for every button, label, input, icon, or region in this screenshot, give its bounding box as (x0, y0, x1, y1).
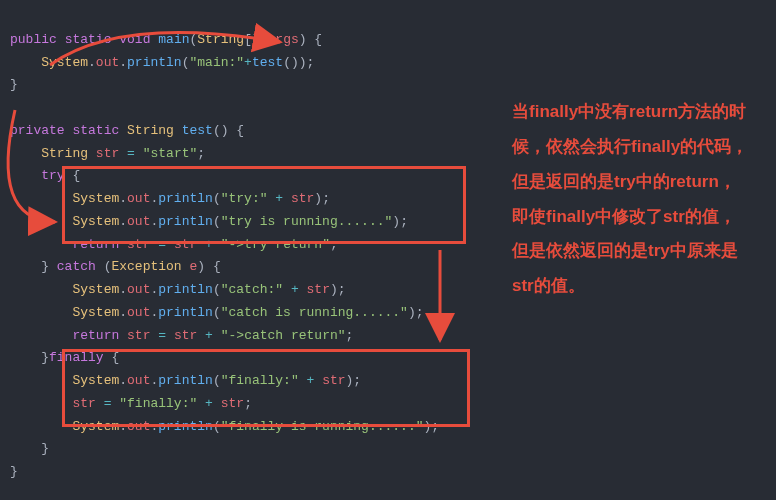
code-line: System.out.println("try is running......… (10, 214, 408, 229)
code-line: System.out.println("catch is running....… (10, 305, 424, 320)
code-line: }finally { (10, 350, 119, 365)
code-line: } (10, 441, 49, 456)
code-line: try { (10, 168, 80, 183)
code-line: System.out.println("finally is running..… (10, 419, 439, 434)
code-line: System.out.println("finally:" + str); (10, 373, 361, 388)
code-line: return str = str + "->try return"; (10, 237, 338, 252)
annotation-text: 当finally中没有return方法的时候，依然会执行finally的代码，但… (512, 95, 752, 304)
code-line: private static String test() { (10, 123, 244, 138)
code-line (10, 100, 18, 115)
code-line: return str = str + "->catch return"; (10, 328, 353, 343)
code-line: str = "finally:" + str; (10, 396, 252, 411)
code-line: System.out.println("catch:" + str); (10, 282, 346, 297)
code-line: } (10, 77, 18, 92)
code-line: System.out.println("main:"+test()); (10, 55, 314, 70)
code-line: } catch (Exception e) { (10, 259, 221, 274)
code-line: String str = "start"; (10, 146, 205, 161)
code-line: public static void main(String[] args) { (10, 32, 322, 47)
code-line: } (10, 464, 18, 479)
code-line: System.out.println("try:" + str); (10, 191, 330, 206)
